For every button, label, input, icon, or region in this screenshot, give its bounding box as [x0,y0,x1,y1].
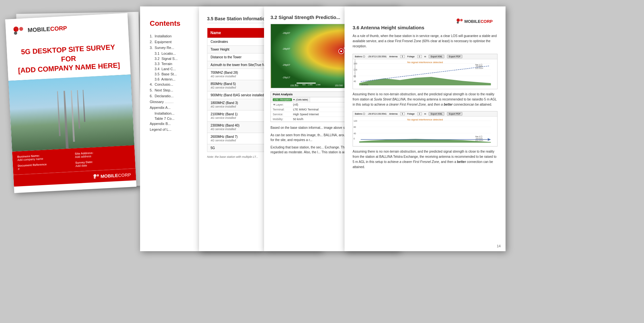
svg-text:120: 120 [354,120,357,122]
survey-date-field: Survey Date: Add date [75,158,130,167]
header-logo-icon [455,18,464,25]
no-signal-text-2: No signal interference detected [407,118,443,121]
svg-point-2 [14,31,17,35]
export-kml-btn-2[interactable]: Export KML [429,112,444,116]
antenna-page-inner: MOBILECORP 3.6 Antenna Height simulation… [345,6,506,182]
svg-rect-14 [297,82,316,84]
svg-text:-28p97: -28p97 [282,47,290,50]
ant-body-text-1: Assuming there is no non-terrain obstruc… [353,92,497,107]
svg-text:1,000: 1,000 [308,84,313,86]
chart-toolbar-2: Ballens ⓘ -29.9713 153.5541 Antenna 5 Fo… [353,111,497,117]
export-pdf-btn-2[interactable]: Export PDF [447,112,462,116]
svg-point-24 [457,22,459,24]
pages-container: MOBILECORP 5G DESKTOP SITE SURVEY FOR [A… [0,0,644,323]
doc-reference-field: Document Reference # [18,161,73,171]
elevation-chart-1: Ballens ⓘ -29.9713 153.5591 Antenna 5 Fo… [353,54,497,89]
chart-toolbar-1: Ballens ⓘ -29.9713 153.5591 Antenna 5 Fo… [353,54,497,59]
mobilecorp-logo-icon [12,25,25,37]
export-kml-btn-1[interactable]: Export KML [429,55,444,58]
ant-section-title: 3.6 Antenna Height simulations [353,25,497,30]
svg-text:80: 80 [354,126,356,128]
cover-info-grid: Business Name: Add company name Site Add… [17,149,130,170]
cover-image [8,74,134,152]
svg-text:Elevation Above Sea Level (met: Elevation Above Sea Level (meters) [354,59,356,78]
svg-point-6 [94,177,96,179]
svg-text:40: 40 [354,132,356,135]
svg-point-22 [457,19,460,22]
cover-title: 5G DESKTOP SITE SURVEY FOR [ADD COMPANY … [6,37,131,81]
svg-point-0 [13,26,19,32]
svg-point-20 [340,50,342,52]
chart-content-1: No signal interference detected 160 120 … [353,59,497,87]
svg-point-5 [97,174,99,176]
mobilecorp-header: MOBILECORP [353,14,497,25]
svg-text:-29p07: -29p07 [282,63,290,66]
svg-text:1,500: 1,500 [316,84,321,86]
svg-text:153.5554: 153.5554 [475,139,483,141]
no-signal-text-1: No signal interference detected [407,61,443,64]
svg-text:500: 500 [302,84,306,86]
cover-logo-text: MOBILECORP [27,25,67,33]
svg-text:153.500: 153.500 [335,84,343,87]
svg-text:40: 40 [354,80,356,82]
svg-point-23 [460,19,463,22]
cover-logo: MOBILECORP [12,20,122,37]
ant-intro: As a rule of thumb, when the base statio… [353,33,497,49]
site-address-field: Site Address: Add address [75,149,130,158]
svg-text:153.333: 153.333 [290,84,298,87]
footer-corp-text: CORP [118,172,131,178]
business-name-field: Business Name: Add company name [17,152,72,162]
export-pdf-btn-1[interactable]: Export PDF [447,55,462,58]
svg-text:153.5554: 153.5554 [475,67,483,69]
svg-text:-28p97: -28p97 [282,32,290,34]
svg-text:-29.9713: -29.9713 [361,84,368,86]
svg-text:0: 0 [354,138,355,140]
footer-logo-icon [92,173,101,180]
svg-point-1 [19,27,23,31]
page-number: 14 [497,244,501,248]
elevation-chart-2: Ballens ⓘ -29.9713 153.5541 Antenna 5 Fo… [353,111,497,147]
cover-page: MOBILECORP 5G DESKTOP SITE SURVEY FOR [A… [5,13,137,193]
antenna-page: MOBILECORP 3.6 Antenna Height simulation… [345,6,506,251]
cover-title-text: 5G DESKTOP SITE SURVEY FOR [ADD COMPANY … [10,42,127,76]
footer-mobile-text: MOBILE [100,173,118,179]
svg-marker-50 [488,138,491,141]
header-logo-text: MOBILECORP [464,19,493,24]
svg-marker-34 [359,77,491,85]
svg-point-4 [93,174,97,177]
chart-content-2: No signal interference detected 120 80 4… [353,117,497,144]
tower-silhouette [56,90,87,149]
ant-body-text-2: Assuming there is no non-terrain obstruc… [353,149,497,170]
svg-text:-29p17: -29p17 [282,76,290,79]
cover-footer-logo: MOBILECORP [92,171,131,180]
